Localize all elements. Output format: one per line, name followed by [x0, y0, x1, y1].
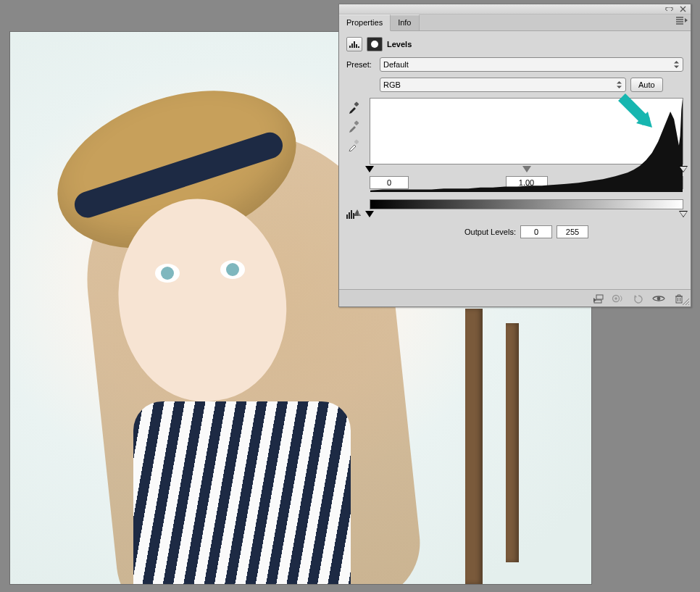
svg-rect-14 [359, 214, 359, 215]
panel-body: Levels Preset: Default RGB Auto [339, 31, 691, 289]
svg-rect-4 [358, 46, 359, 48]
output-white-input[interactable] [557, 225, 588, 238]
svg-rect-7 [354, 120, 359, 125]
svg-rect-15 [596, 295, 603, 299]
mask-icon[interactable] [367, 37, 383, 51]
panel-footer [339, 289, 691, 307]
output-black-slider[interactable] [365, 211, 374, 217]
levels-icon[interactable] [346, 37, 362, 51]
view-previous-state-icon[interactable] [611, 292, 625, 305]
eyedropper-gray-icon[interactable] [348, 120, 361, 133]
svg-rect-13 [359, 212, 359, 214]
reset-icon[interactable] [631, 292, 646, 305]
output-slider-track[interactable] [370, 211, 683, 218]
svg-rect-10 [349, 212, 350, 219]
panel-tabs: Properties Info [339, 14, 691, 31]
black-point-slider[interactable] [365, 166, 374, 172]
svg-rect-9 [346, 214, 348, 219]
preset-select[interactable]: Default [380, 57, 683, 72]
collapse-icon[interactable] [664, 6, 674, 13]
white-point-slider[interactable] [679, 166, 688, 172]
auto-button[interactable]: Auto [630, 78, 663, 92]
histogram [370, 98, 683, 164]
svg-rect-3 [356, 44, 357, 48]
output-levels-label: Output Levels: [464, 228, 516, 236]
clip-to-layer-icon[interactable] [591, 292, 605, 305]
tab-properties[interactable]: Properties [339, 14, 391, 31]
output-black-input[interactable] [520, 225, 552, 238]
svg-rect-2 [354, 41, 355, 48]
channel-select[interactable]: RGB [380, 78, 626, 92]
resize-grip[interactable] [681, 297, 690, 306]
svg-point-19 [657, 296, 661, 300]
svg-point-5 [371, 41, 378, 48]
panel-titlebar[interactable] [339, 4, 691, 14]
tab-info[interactable]: Info [391, 14, 419, 30]
close-icon[interactable] [678, 6, 688, 13]
tab-label: Info [398, 18, 411, 27]
gamma-slider[interactable] [522, 166, 531, 172]
svg-rect-8 [354, 139, 359, 144]
adjustment-title: Levels [387, 40, 412, 49]
eyedropper-black-icon[interactable] [348, 101, 361, 114]
eyedropper-white-icon[interactable] [348, 138, 361, 151]
panel-menu-icon[interactable] [676, 17, 688, 27]
input-slider-track[interactable] [370, 166, 683, 173]
svg-rect-1 [351, 43, 353, 48]
visibility-icon[interactable] [651, 292, 666, 305]
svg-rect-11 [351, 210, 352, 219]
clip-warning-icon[interactable] [346, 208, 362, 221]
svg-rect-0 [349, 46, 351, 48]
button-label: Auto [638, 80, 655, 89]
svg-point-18 [614, 297, 617, 300]
output-white-slider[interactable] [679, 211, 688, 217]
properties-panel: Properties Info Levels Preset: Default R… [338, 4, 691, 307]
preset-label: Preset: [346, 60, 375, 69]
tab-label: Properties [346, 18, 383, 27]
output-gradient [370, 199, 683, 209]
svg-rect-6 [354, 101, 359, 107]
